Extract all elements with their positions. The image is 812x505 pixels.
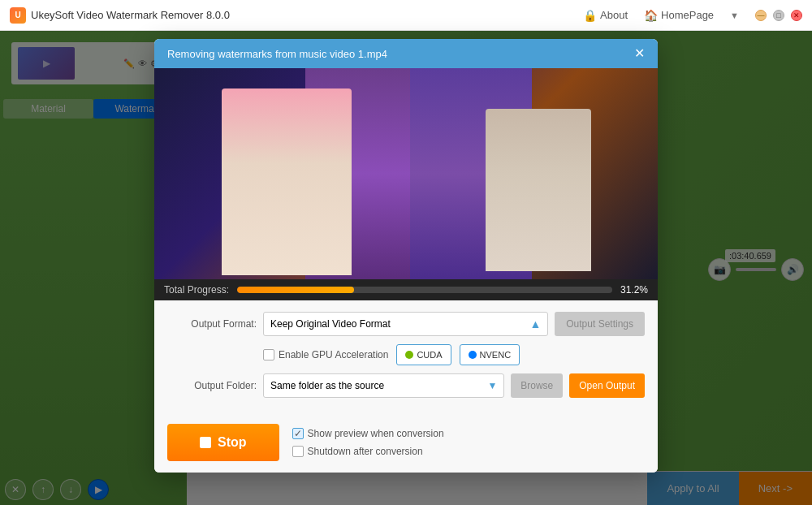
folder-value: Same folder as the source [270, 380, 384, 391]
output-format-row: Output Format: Keep Original Video Forma… [167, 312, 645, 336]
nvenc-button[interactable]: NVENC [460, 344, 520, 365]
cuda-badge-icon [405, 351, 413, 359]
format-dropdown-icon: ▲ [529, 317, 541, 330]
output-format-value: Keep Original Video Format [270, 318, 391, 330]
show-preview-checkbox[interactable]: ✓ [292, 428, 304, 439]
home-icon: 🏠 [644, 9, 658, 22]
window-controls: — □ ✕ [755, 10, 802, 21]
progress-percentage: 31.2% [620, 284, 648, 296]
conversion-modal: Removing watermarks from music video 1.m… [154, 39, 658, 473]
stop-icon [200, 437, 211, 448]
cuda-button[interactable]: CUDA [396, 344, 451, 365]
close-button[interactable]: ✕ [791, 10, 802, 21]
shutdown-text: Shutdown after conversion [308, 446, 423, 457]
main-layout: ✏️ 👁 ⚙ ✕ Material Watermark ✕ ↑ ↓ ▶ [0, 31, 812, 505]
stop-button[interactable]: Stop [167, 424, 279, 461]
modal-bottom: Stop ✓ Show preview when conversion Shut… [154, 417, 658, 473]
output-format-select[interactable]: Keep Original Video Format ▲ [263, 312, 548, 336]
minimize-button[interactable]: — [755, 10, 767, 21]
modal-title: Removing watermarks from music video 1.m… [167, 48, 387, 60]
maximize-button[interactable]: □ [773, 10, 784, 21]
app-logo-area: U UkeySoft Video Watermark Remover 8.0.0 [10, 7, 583, 24]
stop-label: Stop [218, 435, 247, 450]
folder-dropdown-icon: ▼ [487, 380, 497, 391]
gpu-label-text: Enable GPU Acceleration [279, 349, 388, 360]
progress-label: Total Progress: [164, 284, 229, 296]
show-preview-text: Show preview when conversion [308, 428, 444, 439]
title-bar: U UkeySoft Video Watermark Remover 8.0.0… [0, 0, 812, 31]
open-output-button[interactable]: Open Output [569, 373, 645, 398]
show-preview-checkbox-label[interactable]: ✓ Show preview when conversion [292, 428, 444, 439]
gpu-checkbox-label[interactable]: Enable GPU Acceleration [263, 349, 388, 360]
browse-button[interactable]: Browse [511, 373, 563, 398]
shutdown-checkbox[interactable] [292, 446, 304, 457]
app-title: UkeySoft Video Watermark Remover 8.0.0 [31, 9, 230, 21]
gpu-checkbox[interactable] [263, 349, 274, 360]
about-nav-item[interactable]: 🔒 About [583, 9, 628, 22]
video-figure-right [486, 109, 591, 271]
video-background [154, 68, 658, 279]
modal-controls: Output Format: Keep Original Video Forma… [154, 300, 658, 417]
modal-close-button[interactable]: ✕ [634, 47, 645, 60]
output-folder-label: Output Folder: [167, 380, 257, 391]
side-checkboxes: ✓ Show preview when conversion Shutdown … [292, 428, 444, 457]
gpu-row: Enable GPU Acceleration CUDA NVENC [263, 344, 645, 365]
lock-icon: 🔒 [583, 9, 597, 22]
progress-fill [237, 287, 354, 293]
progress-track [237, 287, 612, 293]
nvenc-label: NVENC [480, 350, 512, 360]
shutdown-checkbox-label[interactable]: Shutdown after conversion [292, 446, 444, 457]
nvenc-badge-icon [469, 351, 477, 359]
video-figure-left [222, 88, 352, 275]
nav-dropdown-icon[interactable]: ▼ [730, 11, 739, 20]
homepage-label: HomePage [661, 9, 714, 21]
output-format-label: Output Format: [167, 318, 257, 330]
cuda-label: CUDA [417, 350, 442, 360]
modal-video-preview [154, 68, 658, 279]
about-label: About [600, 9, 628, 21]
homepage-nav-item[interactable]: 🏠 HomePage [644, 9, 714, 22]
progress-area: Total Progress: 31.2% [154, 279, 658, 300]
app-logo-icon: U [10, 7, 26, 24]
output-folder-select[interactable]: Same folder as the source ▼ [263, 373, 504, 398]
modal-header: Removing watermarks from music video 1.m… [154, 39, 658, 68]
output-folder-row: Output Folder: Same folder as the source… [167, 373, 645, 398]
output-settings-button[interactable]: Output Settings [555, 312, 645, 336]
modal-overlay: Removing watermarks from music video 1.m… [0, 31, 812, 505]
title-nav: 🔒 About 🏠 HomePage ▼ [583, 9, 739, 22]
